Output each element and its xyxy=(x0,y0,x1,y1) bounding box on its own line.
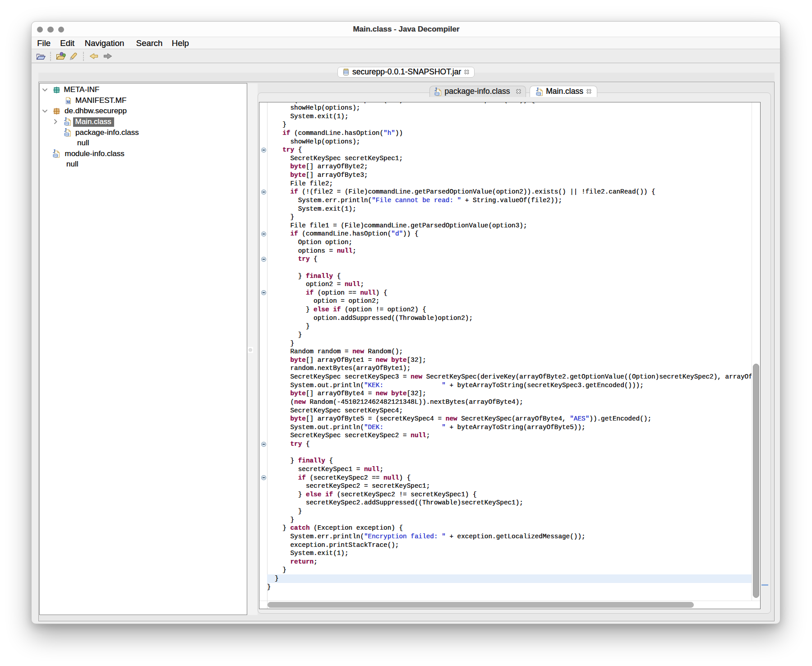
svg-text:M: M xyxy=(66,100,70,104)
